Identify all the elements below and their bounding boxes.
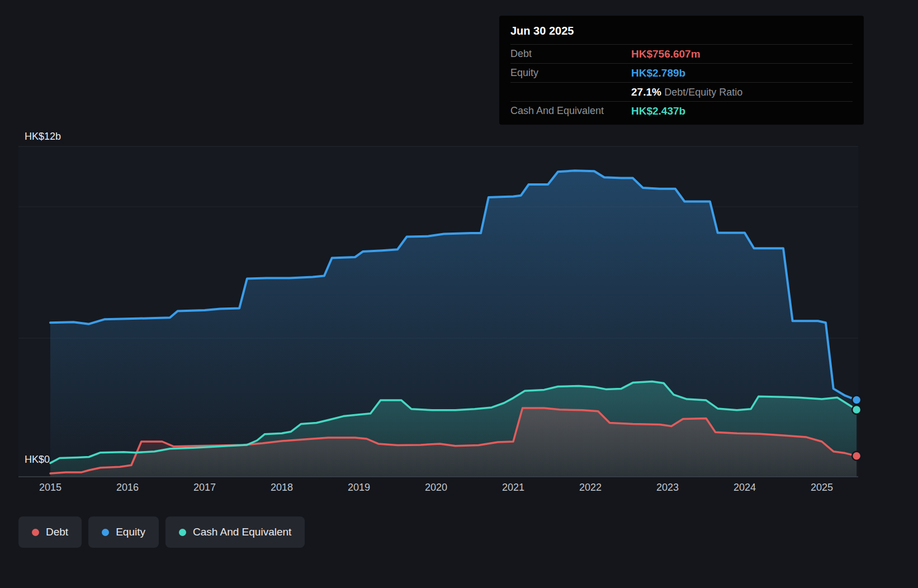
tooltip-row-equity: Equity HK$2.789b [510, 63, 853, 82]
x-axis-label: 2018 [271, 482, 293, 494]
chart-tooltip: Jun 30 2025 Debt HK$756.607m Equity HK$2… [499, 16, 864, 125]
legend-item-debt[interactable]: Debt [18, 516, 82, 548]
x-axis-label: 2025 [811, 482, 833, 494]
series-end-dot [852, 405, 861, 414]
tooltip-equity-label: Equity [510, 67, 631, 79]
tooltip-row-debt: Debt HK$756.607m [510, 44, 853, 63]
x-axis-label: 2023 [656, 482, 679, 494]
tooltip-ratio-label: Debt/Equity Ratio [664, 87, 742, 98]
tooltip-cash-value: HK$2.437b [631, 105, 853, 117]
series-end-dot [852, 452, 861, 461]
tooltip-row-ratio: 27.1% Debt/Equity Ratio [510, 82, 853, 101]
legend-label-cash: Cash And Equivalent [193, 526, 291, 538]
tooltip-ratio-value: 27.1% [631, 86, 661, 98]
x-axis-label: 2017 [193, 482, 216, 494]
tooltip-debt-value: HK$756.607m [631, 48, 853, 60]
y-axis-label-bottom: HK$0 [25, 454, 50, 466]
x-axis-label: 2016 [116, 482, 139, 494]
debt-equity-history-chart: Jun 30 2025 Debt HK$756.607m Equity HK$2… [0, 0, 918, 588]
tooltip-debt-label: Debt [510, 48, 631, 60]
legend-dot-debt-icon [32, 529, 39, 536]
legend-item-equity[interactable]: Equity [88, 516, 159, 548]
x-axis-label: 2015 [39, 482, 61, 494]
y-axis-label-top: HK$12b [25, 131, 61, 143]
legend-label-debt: Debt [46, 526, 68, 538]
x-axis-label: 2020 [425, 482, 447, 494]
x-axis-label: 2022 [579, 482, 602, 494]
tooltip-cash-label: Cash And Equivalent [510, 105, 631, 117]
x-axis-label: 2019 [348, 482, 370, 494]
tooltip-date: Jun 30 2025 [510, 17, 853, 44]
x-axis-label: 2021 [502, 482, 524, 494]
legend-item-cash[interactable]: Cash And Equivalent [165, 516, 305, 548]
tooltip-row-cash: Cash And Equivalent HK$2.437b [510, 101, 853, 120]
legend-dot-equity-icon [102, 529, 109, 536]
tooltip-equity-value: HK$2.789b [631, 67, 853, 79]
legend-label-equity: Equity [116, 526, 145, 538]
legend: Debt Equity Cash And Equivalent [18, 516, 305, 548]
legend-dot-cash-icon [179, 529, 186, 536]
series-end-dot [852, 396, 861, 405]
x-axis-label: 2024 [734, 482, 756, 494]
